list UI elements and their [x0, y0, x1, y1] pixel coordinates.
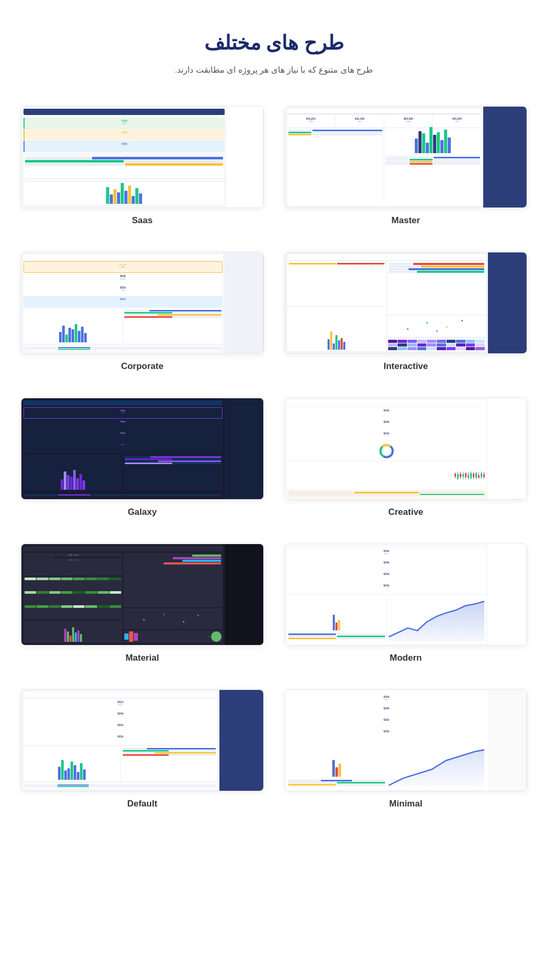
theme-label-creative: Creative [388, 507, 423, 517]
theme-preview-interactive[interactable]: ۱۴۱,۹۷۰ ۱۳۴,۸۰۰ [285, 252, 528, 354]
page-wrapper: طرح های مختلف طرح های متنوع که با نیاز ه… [0, 0, 548, 851]
theme-label-minimal: Minimal [389, 799, 422, 809]
theme-item-default[interactable]: $41kدرآمد $24k $31k $41k [21, 689, 264, 809]
theme-label-material: Material [125, 653, 159, 663]
theme-item-interactive[interactable]: ۱۴۱,۹۷۰ ۱۳۴,۸۰۰ [285, 252, 528, 372]
theme-label-corporate: Corporate [121, 361, 164, 372]
themes-grid: $41,524درآمد $24,520فروش $31,150سود $41,… [21, 106, 527, 809]
theme-item-minimal[interactable]: $41kدرآمد $24k $31k $41k [285, 689, 528, 809]
theme-preview-modern[interactable]: $41kدرآمد $24k $31k $41k [285, 544, 528, 645]
page-title: طرح های مختلف [21, 31, 527, 54]
theme-item-modern[interactable]: $41kدرآمد $24k $31k $41k [285, 544, 528, 663]
theme-preview-saas[interactable]: $41kدرآمد $24k $31k [21, 106, 264, 208]
theme-preview-creative[interactable]: $41k $24k $31k [285, 398, 528, 500]
theme-label-galaxy: Galaxy [127, 507, 157, 517]
theme-label-master: Master [391, 215, 420, 226]
theme-preview-corporate[interactable]: $41,524درآمد $24kفروش $31kسود $41k [21, 252, 264, 354]
theme-item-saas[interactable]: $41kدرآمد $24k $31k [21, 106, 264, 226]
theme-preview-minimal[interactable]: $41kدرآمد $24k $31k $41k [285, 689, 528, 791]
theme-item-material[interactable]: ٪۸۸ اشتراک طلایی [21, 544, 264, 663]
theme-label-modern: Modern [390, 653, 422, 663]
theme-item-creative[interactable]: $41k $24k $31k [285, 398, 528, 517]
theme-preview-material[interactable]: ٪۸۸ اشتراک طلایی [21, 544, 264, 645]
theme-item-corporate[interactable]: $41,524درآمد $24kفروش $31kسود $41k [21, 252, 264, 372]
theme-item-master[interactable]: $41,524درآمد $24,520فروش $31,150سود $41,… [285, 106, 528, 226]
theme-preview-default[interactable]: $41kدرآمد $24k $31k $41k [21, 689, 264, 791]
theme-preview-master[interactable]: $41,524درآمد $24,520فروش $31,150سود $41,… [285, 106, 528, 208]
theme-item-galaxy[interactable]: $41kدرآمد $24k $31k $41k [21, 398, 264, 517]
theme-label-saas: Saas [132, 215, 153, 226]
theme-label-default: Default [127, 799, 157, 809]
theme-preview-galaxy[interactable]: $41kدرآمد $24k $31k $41k [21, 398, 264, 500]
theme-label-interactive: Interactive [383, 361, 428, 372]
page-subtitle: طرح های متنوع که با نیاز های هر پروژه ای… [21, 65, 527, 75]
